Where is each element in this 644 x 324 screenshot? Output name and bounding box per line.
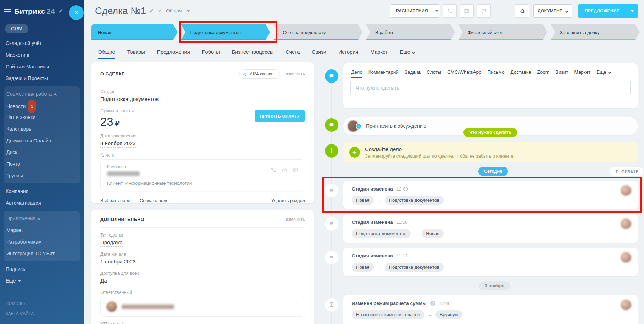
sidebar-item-chat[interactable]: Чат и звонки xyxy=(4,112,80,123)
accept-payment-button[interactable]: ПРИНЯТЬ ОПЛАТУ xyxy=(255,110,305,122)
sidebar-item-developers[interactable]: Разработчикам xyxy=(4,236,80,248)
todo-input[interactable] xyxy=(350,81,631,95)
select-field-link[interactable]: Выбрать поле xyxy=(100,198,131,203)
hamburger-menu-icon[interactable] xyxy=(4,11,11,12)
sidebar-item-automation[interactable]: Автоматизация xyxy=(0,197,84,209)
timeline-entry[interactable]: Стадия изменена 12:00 Новая → Подготовка… xyxy=(343,181,638,209)
deal-type-value[interactable]: Продажа xyxy=(100,239,123,247)
timeline-tab-sms[interactable]: СМС/WhatsApp xyxy=(447,69,482,75)
sidebar-item-crm[interactable]: CRM xyxy=(5,24,28,33)
create-field-link[interactable]: Создать поле xyxy=(140,198,169,203)
available-for-all-value[interactable]: Да xyxy=(100,278,107,285)
tab-more[interactable]: Еще xyxy=(400,49,415,55)
edit-logo-icon[interactable] xyxy=(59,8,63,15)
page-title: Сделка №1 xyxy=(95,6,146,17)
settings-button[interactable] xyxy=(515,4,529,18)
timeline-discussion-icon xyxy=(325,118,338,132)
logo: Битрикс24 xyxy=(14,7,55,16)
entry-title: Изменён режим расчёта суммы xyxy=(352,301,427,306)
timeline-tab-activity[interactable]: Дело xyxy=(351,69,362,75)
sidebar-item-docs[interactable]: Документы Онлайн xyxy=(4,135,80,147)
tab-robots[interactable]: Роботы xyxy=(202,49,220,55)
sidebar-item-calendar[interactable]: Календарь xyxy=(4,123,80,135)
sidebar-item-company[interactable]: Компания xyxy=(0,186,84,197)
chat-button[interactable] xyxy=(477,4,491,18)
sidebar-item-warehouse[interactable]: Складской учёт xyxy=(0,38,84,49)
timeline-tab-market[interactable]: Маркет xyxy=(574,69,590,75)
proposal-button[interactable]: ПРЕДЛОЖЕНИЕ xyxy=(578,4,638,18)
deal-tabs: Общие Товары Предложения Роботы Бизнес-п… xyxy=(98,49,415,55)
tab-products[interactable]: Товары xyxy=(127,49,145,55)
sidebar-sitemap-link[interactable]: КАРТА САЙТА xyxy=(6,311,34,316)
edit-about-link[interactable]: изменить xyxy=(286,72,305,76)
timeline-tab-visit[interactable]: Визит xyxy=(555,69,568,75)
sidebar-item-tasks[interactable]: Задачи и Проекты xyxy=(0,73,84,84)
tab-invoices[interactable]: Счета xyxy=(285,49,300,55)
timeline-tab-letter[interactable]: Письмо xyxy=(488,69,505,75)
tab-relations[interactable]: Связи xyxy=(312,49,326,55)
client-call-icon[interactable] xyxy=(271,167,276,175)
timeline-tab-zoom[interactable]: Zoom xyxy=(537,69,549,75)
extensions-button[interactable]: РАСШИРЕНИЯ xyxy=(390,4,440,18)
sidebar-group-collaboration-header[interactable]: Совместная работа xyxy=(4,88,80,100)
timeline-tab-task[interactable]: Задача xyxy=(405,69,421,75)
tab-business-processes[interactable]: Бизнес-процессы xyxy=(232,49,274,55)
tab-quotes[interactable]: Предложения xyxy=(157,49,190,55)
client-mail-icon[interactable] xyxy=(282,167,287,175)
entry-time: 11:13 xyxy=(396,253,408,258)
filter-button[interactable]: ФИЛЬТР xyxy=(610,167,643,176)
stage-prepayment-invoice[interactable]: Счёт на предоплату xyxy=(273,24,362,40)
company-name-blurred[interactable] xyxy=(107,171,140,176)
sidebar-item-more[interactable]: Ещё xyxy=(0,275,84,287)
stage-document-preparation[interactable]: Подготовка документов xyxy=(181,24,270,40)
stage-in-progress[interactable]: В работе xyxy=(366,24,455,40)
stage-new[interactable]: Новая xyxy=(91,24,178,40)
close-date-value[interactable]: 8 ноября 2023 xyxy=(100,140,136,148)
tab-history[interactable]: История xyxy=(338,49,358,55)
copy-link-icon[interactable] xyxy=(157,8,162,15)
sidebar-item-groups[interactable]: Группы xyxy=(4,170,80,182)
sidebar-item-sites[interactable]: Сайты и Магазины xyxy=(0,61,84,73)
timeline-tab-more[interactable]: Еще xyxy=(596,69,611,75)
help-icon[interactable]: ? xyxy=(430,301,435,306)
timeline-tab-delivery[interactable]: Доставка xyxy=(510,69,531,75)
collapse-sidebar-button[interactable]: × xyxy=(69,5,84,20)
edit-title-icon[interactable] xyxy=(149,8,154,15)
timeline-tab-slots[interactable]: Слоты xyxy=(427,69,441,75)
amount-field-value[interactable]: 23 ₽ xyxy=(100,121,120,127)
sidebar-item-market[interactable]: Маркет xyxy=(4,224,80,236)
tab-general[interactable]: Общие xyxy=(98,49,115,55)
remove-section-link[interactable]: Удалить раздел xyxy=(271,198,305,203)
funnel-selector[interactable]: Общая xyxy=(166,8,182,14)
gear-icon xyxy=(519,8,526,15)
timeline-tab-comment[interactable]: Комментарий xyxy=(368,69,399,75)
tab-market[interactable]: Маркет xyxy=(370,49,388,55)
ai-scoring-badge[interactable]: AI24-скоринг xyxy=(239,69,280,79)
stage-final-invoice[interactable]: Финальный счёт xyxy=(458,24,548,40)
document-button[interactable]: ДОКУМЕНТ xyxy=(533,4,572,18)
start-date-value[interactable]: 1 ноября 2023 xyxy=(100,258,136,266)
sidebar-item-sign[interactable]: Подпись xyxy=(0,263,84,275)
todo-pill[interactable]: Что нужно сделать xyxy=(463,128,517,137)
timeline-entry[interactable]: Изменён режим расчёта суммы ? 17:46 На о… xyxy=(343,295,638,324)
client-chat-icon[interactable] xyxy=(293,167,298,175)
stage-field-value[interactable]: Подготовка документов xyxy=(100,96,159,103)
currency-symbol[interactable]: ₽ xyxy=(115,119,120,127)
extensions-dropdown[interactable] xyxy=(434,5,440,17)
sidebar-group-apps-header[interactable]: Приложения xyxy=(4,213,80,224)
sidebar-help-link[interactable]: ПОМОЩЬ xyxy=(6,301,34,306)
stage-close-deal[interactable]: Завершить сделку xyxy=(550,24,640,40)
call-button[interactable] xyxy=(443,4,457,18)
sidebar-item-news[interactable]: Новости1 xyxy=(4,100,80,112)
proposal-dropdown[interactable] xyxy=(626,5,638,17)
add-activity-button[interactable]: + xyxy=(349,147,360,158)
sidebar-item-marketing[interactable]: Маркетинг xyxy=(0,49,84,61)
timeline-entry[interactable]: Стадия изменена 11:58 Подготовка докумен… xyxy=(343,214,638,243)
edit-additional-link[interactable]: изменить xyxy=(286,217,305,222)
email-button[interactable] xyxy=(460,4,474,18)
responsible-card[interactable] xyxy=(100,297,305,317)
sidebar-item-drive[interactable]: Диск xyxy=(4,147,80,158)
sidebar-item-mail[interactable]: Почта xyxy=(4,158,80,170)
sidebar-item-1c-integration[interactable]: Интеграция 1С с Бит... xyxy=(4,248,80,260)
timeline-entry[interactable]: Стадия изменена 11:13 Новая → Подготовка… xyxy=(343,248,638,276)
